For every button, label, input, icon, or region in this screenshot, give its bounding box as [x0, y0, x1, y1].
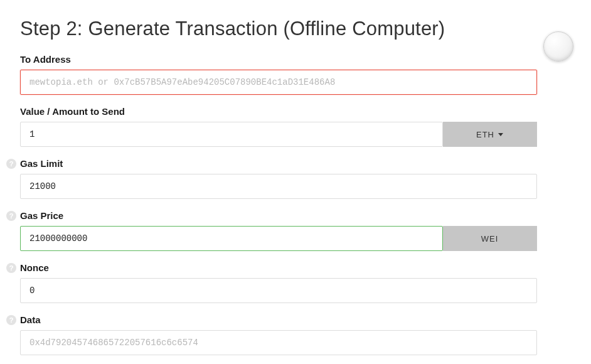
amount-label: Value / Amount to Send — [20, 106, 537, 117]
unit-dropdown-label: ETH — [476, 130, 494, 139]
gas-limit-label: Gas Limit — [20, 158, 537, 169]
chevron-down-icon — [498, 133, 503, 136]
svg-text:?: ? — [9, 264, 14, 272]
amount-field: Value / Amount to Send ETH — [20, 106, 537, 147]
help-icon[interactable]: ? — [6, 159, 16, 169]
to-address-input[interactable] — [20, 70, 537, 95]
gas-price-input[interactable] — [20, 226, 443, 251]
help-icon[interactable]: ? — [6, 263, 16, 273]
data-label: Data — [20, 314, 537, 325]
to-address-label: To Address — [20, 54, 537, 65]
svg-text:?: ? — [9, 316, 14, 324]
nonce-label: Nonce — [20, 262, 537, 273]
nonce-input[interactable] — [20, 278, 537, 303]
nonce-field: ? Nonce — [20, 262, 537, 303]
gas-limit-input[interactable] — [20, 174, 537, 199]
help-icon[interactable]: ? — [6, 211, 16, 221]
svg-text:?: ? — [9, 212, 14, 220]
address-identicon — [543, 31, 573, 62]
data-field: ? Data — [20, 314, 537, 355]
unit-dropdown[interactable]: ETH — [443, 122, 537, 147]
to-address-field: To Address — [20, 54, 537, 95]
help-icon[interactable]: ? — [6, 315, 16, 325]
gas-limit-field: ? Gas Limit — [20, 158, 537, 199]
amount-input[interactable] — [20, 122, 443, 147]
page-title: Step 2: Generate Transaction (Offline Co… — [20, 18, 571, 40]
gas-price-label: Gas Price — [20, 210, 537, 221]
data-input[interactable] — [20, 330, 537, 355]
svg-text:?: ? — [9, 160, 14, 168]
gas-price-unit-label: WEI — [481, 234, 499, 244]
gas-price-unit: WEI — [443, 226, 537, 251]
gas-price-field: ? Gas Price WEI — [20, 210, 537, 251]
